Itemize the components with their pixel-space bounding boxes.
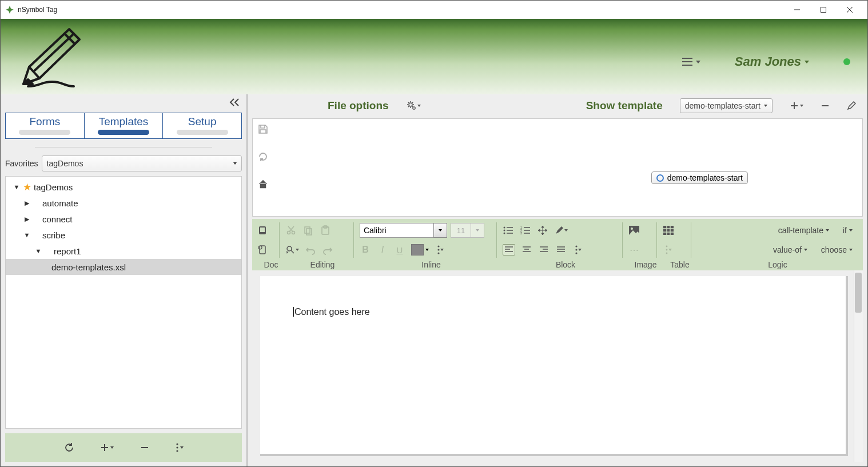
highlighter-icon[interactable] [554,225,568,236]
tab-templates[interactable]: Templates [85,113,164,138]
scrollbar[interactable] [854,270,863,462]
star-icon: ★ [23,181,31,193]
ribbon: Calibri 11 B I U [252,219,863,270]
align-center-icon[interactable] [521,244,532,256]
text-color-dropdown[interactable] [425,249,429,251]
user-menu[interactable]: Sam Jones [735,54,809,69]
bullet-list-icon[interactable] [503,225,514,236]
more-button[interactable] [176,442,184,453]
file-options-button[interactable] [406,100,421,111]
scrollbar-thumb[interactable] [855,273,862,313]
image-more-icon[interactable]: ⋯ [628,244,640,256]
document-content: Content goes here [293,307,370,317]
window-title: nSymbol Tag [18,6,57,14]
device-icon[interactable] [257,225,268,236]
svg-point-46 [504,227,505,229]
svg-line-21 [408,102,408,103]
tree-item-leaf[interactable]: demo-templates.xsl [6,259,241,275]
block-more-icon[interactable] [572,244,584,256]
add-template-button[interactable] [790,101,803,110]
svg-rect-38 [306,229,312,235]
align-right-icon[interactable] [538,244,550,256]
ribbon-label-editing: Editing [285,260,360,269]
if-button[interactable]: if [843,226,853,235]
menu-button[interactable] [682,57,700,66]
image-icon[interactable] [628,225,640,236]
cut-icon[interactable] [285,225,297,236]
remove-template-button[interactable] [821,101,830,110]
template-select[interactable]: demo-templates-start [680,98,773,113]
svg-point-82 [666,253,668,254]
svg-rect-31 [260,246,265,254]
maximize-button[interactable] [810,1,837,19]
favorites-select[interactable]: tagDemos [42,155,242,171]
user-name-label: Sam Jones [735,54,801,69]
find-replace-icon[interactable] [285,244,299,256]
bold-icon[interactable]: B [360,244,371,256]
undo-icon[interactable] [305,244,316,256]
paste-icon[interactable] [320,225,331,236]
svg-point-80 [666,246,668,248]
text-color-icon[interactable] [411,244,424,256]
tree-root[interactable]: ▼★ tagDemos [6,179,241,195]
device-settings-icon[interactable] [257,244,268,256]
remove-button[interactable] [139,442,150,453]
tree-item-connect[interactable]: ▶ connect [6,211,241,227]
tab-forms[interactable]: Forms [6,113,85,138]
copy-icon[interactable] [302,225,314,236]
add-button[interactable] [100,443,114,452]
svg-rect-75 [663,226,674,235]
choose-button[interactable]: choose [821,245,853,254]
minimize-button[interactable] [784,1,810,19]
svg-point-16 [409,103,412,106]
inline-more-icon[interactable] [435,244,446,256]
svg-point-81 [666,249,668,251]
svg-line-23 [408,106,408,107]
svg-point-48 [504,230,505,231]
home-icon[interactable] [257,178,269,190]
close-button[interactable] [837,1,863,19]
move-icon[interactable] [537,225,548,236]
svg-line-24 [412,102,412,103]
show-template-label: Show template [586,99,663,112]
tree-item-scribe[interactable]: ▼ scribe [6,227,241,243]
font-size-select[interactable]: 11 [451,223,471,238]
underline-icon[interactable]: U [394,244,405,256]
main-toolbar: File options Show template demo-template… [248,94,867,117]
table-more-icon[interactable] [663,244,674,256]
svg-point-72 [575,252,577,254]
breadcrumb-area: demo-templates-start [252,118,863,217]
refresh-icon[interactable] [63,442,75,453]
svg-point-71 [575,249,577,250]
font-size-dropdown[interactable] [471,223,484,238]
align-left-icon[interactable] [503,244,515,256]
template-chip[interactable]: demo-templates-start [651,171,748,184]
redo-icon[interactable] [322,244,333,256]
number-list-icon[interactable]: 123 [520,225,531,236]
svg-point-14 [176,446,178,448]
edit-template-button[interactable] [847,101,856,110]
svg-point-25 [412,107,415,109]
table-icon[interactable] [663,225,674,236]
font-select[interactable]: Calibri [360,223,434,238]
sidebar: Forms Templates Setup Favorites tagDemos… [1,94,248,466]
sidebar-tabs: Forms Templates Setup [5,113,242,139]
tab-setup[interactable]: Setup [163,113,241,138]
value-of-button[interactable]: value-of [773,245,807,254]
save-icon[interactable] [257,123,269,135]
svg-point-41 [287,246,292,251]
favorites-label: Favorites [5,159,38,168]
call-template-button[interactable]: call-template [778,226,829,235]
collapse-sidebar-icon[interactable] [229,98,240,109]
tree-item-report1[interactable]: ▼ report1 [6,243,241,259]
svg-rect-37 [305,227,310,233]
font-dropdown[interactable] [433,223,447,238]
svg-point-13 [176,443,178,445]
titlebar: nSymbol Tag [1,1,867,19]
italic-icon[interactable]: I [377,244,388,256]
document-page[interactable]: Content goes here [260,276,848,456]
align-justify-icon[interactable] [555,244,567,256]
tree-item-automate[interactable]: ▶ automate [6,195,241,211]
document-area: Content goes here [252,270,863,462]
reload-icon[interactable] [257,151,269,162]
